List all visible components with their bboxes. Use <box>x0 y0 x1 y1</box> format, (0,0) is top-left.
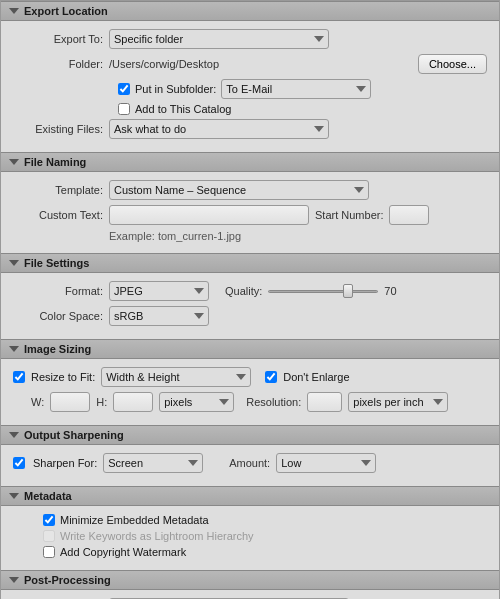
output-sharpening-title: Output Sharpening <box>24 429 124 441</box>
sharpen-for-select[interactable]: Screen <box>103 453 203 473</box>
image-sizing-body: Resize to Fit: Width & Height Don't Enla… <box>1 359 499 425</box>
color-space-select[interactable]: sRGB <box>109 306 209 326</box>
quality-slider-container: 70 <box>268 284 487 298</box>
amount-select[interactable]: Low <box>276 453 376 473</box>
resize-to-fit-checkbox[interactable] <box>13 371 25 383</box>
custom-text-label: Custom Text: <box>13 209 103 221</box>
h-label: H: <box>96 396 107 408</box>
slider-thumb[interactable] <box>343 284 353 298</box>
example-value: tom_curren-1.jpg <box>158 230 241 242</box>
h-input[interactable]: 800 <box>113 392 153 412</box>
w-label: W: <box>31 396 44 408</box>
output-sharpening-header[interactable]: Output Sharpening <box>1 425 499 445</box>
file-settings-title: File Settings <box>24 257 89 269</box>
folder-path: /Users/corwig/Desktop <box>109 58 412 70</box>
resize-to-fit-select[interactable]: Width & Height <box>101 367 251 387</box>
example-label: Example: <box>109 230 155 242</box>
folder-row: Folder: /Users/corwig/Desktop Choose... <box>13 54 487 74</box>
units-select[interactable]: pixels <box>159 392 234 412</box>
example-row: Example: tom_curren-1.jpg <box>109 230 487 242</box>
minimize-label: Minimize Embedded Metadata <box>60 514 209 526</box>
put-in-subfolder-checkbox[interactable] <box>118 83 130 95</box>
triangle-icon <box>9 8 19 14</box>
file-naming-header[interactable]: File Naming <box>1 152 499 172</box>
existing-files-select[interactable]: Ask what to do <box>109 119 329 139</box>
export-location-body: Export To: Specific folder Folder: /User… <box>1 21 499 152</box>
triangle-icon <box>9 432 19 438</box>
file-naming-title: File Naming <box>24 156 86 168</box>
custom-text-row: Custom Text: tom_curren Start Number: 1 <box>13 205 487 225</box>
folder-label: Folder: <box>13 58 103 70</box>
template-select[interactable]: Custom Name – Sequence <box>109 180 369 200</box>
export-location-title: Export Location <box>24 5 108 17</box>
triangle-icon <box>9 493 19 499</box>
w-input[interactable]: 800 <box>50 392 90 412</box>
add-copyright-row: Add Copyright Watermark <box>43 546 487 558</box>
sharpen-for-row: Sharpen For: Screen Amount: Low <box>13 453 487 473</box>
metadata-body: Minimize Embedded Metadata Write Keyword… <box>1 506 499 570</box>
format-label: Format: <box>13 285 103 297</box>
write-keywords-label: Write Keywords as Lightroom Hierarchy <box>60 530 254 542</box>
metadata-header[interactable]: Metadata <box>1 486 499 506</box>
minimize-row: Minimize Embedded Metadata <box>43 514 487 526</box>
quality-value: 70 <box>384 285 404 297</box>
add-copyright-checkbox[interactable] <box>43 546 55 558</box>
file-naming-body: Template: Custom Name – Sequence Custom … <box>1 172 499 253</box>
minimize-checkbox[interactable] <box>43 514 55 526</box>
resolution-input[interactable]: 72 <box>307 392 342 412</box>
existing-files-label: Existing Files: <box>13 123 103 135</box>
template-label: Template: <box>13 184 103 196</box>
export-location-header[interactable]: Export Location <box>1 1 499 21</box>
dont-enlarge-label: Don't Enlarge <box>283 371 349 383</box>
subfolder-select[interactable]: To E-Mail <box>221 79 371 99</box>
put-in-subfolder-label: Put in Subfolder: <box>135 83 216 95</box>
start-number-input[interactable]: 1 <box>389 205 429 225</box>
post-processing-body: After Export: Open in Other Application.… <box>1 590 499 599</box>
export-to-label: Export To: <box>13 33 103 45</box>
add-to-catalog-row: Add to This Catalog <box>118 103 487 115</box>
triangle-icon <box>9 346 19 352</box>
image-sizing-title: Image Sizing <box>24 343 91 355</box>
output-sharpening-body: Sharpen For: Screen Amount: Low <box>1 445 499 486</box>
metadata-title: Metadata <box>24 490 72 502</box>
resolution-label: Resolution: <box>246 396 301 408</box>
triangle-icon <box>9 577 19 583</box>
sharpen-for-label: Sharpen For: <box>33 457 97 469</box>
sharpen-for-checkbox[interactable] <box>13 457 25 469</box>
image-sizing-header[interactable]: Image Sizing <box>1 339 499 359</box>
quality-slider-track[interactable] <box>268 284 378 298</box>
post-processing-title: Post-Processing <box>24 574 111 586</box>
dimensions-row: W: 800 H: 800 pixels Resolution: 72 pixe… <box>31 392 487 412</box>
slider-bg <box>268 290 378 293</box>
export-to-select[interactable]: Specific folder <box>109 29 329 49</box>
format-select[interactable]: JPEG <box>109 281 209 301</box>
choose-button[interactable]: Choose... <box>418 54 487 74</box>
write-keywords-row: Write Keywords as Lightroom Hierarchy <box>43 530 487 542</box>
export-to-row: Export To: Specific folder <box>13 29 487 49</box>
main-panel: Export Location Export To: Specific fold… <box>0 0 500 599</box>
add-to-catalog-checkbox[interactable] <box>118 103 130 115</box>
resize-row: Resize to Fit: Width & Height Don't Enla… <box>13 367 487 387</box>
resolution-units-select[interactable]: pixels per inch <box>348 392 448 412</box>
dont-enlarge-checkbox[interactable] <box>265 371 277 383</box>
add-to-catalog-label: Add to This Catalog <box>135 103 231 115</box>
triangle-icon <box>9 260 19 266</box>
triangle-icon <box>9 159 19 165</box>
write-keywords-checkbox[interactable] <box>43 530 55 542</box>
color-space-label: Color Space: <box>13 310 103 322</box>
file-settings-header[interactable]: File Settings <box>1 253 499 273</box>
add-copyright-label: Add Copyright Watermark <box>60 546 186 558</box>
existing-files-row: Existing Files: Ask what to do <box>13 119 487 139</box>
format-row: Format: JPEG Quality: 70 <box>13 281 487 301</box>
file-settings-body: Format: JPEG Quality: 70 Color Space: sR… <box>1 273 499 339</box>
custom-text-input[interactable]: tom_curren <box>109 205 309 225</box>
start-number-label: Start Number: <box>315 209 383 221</box>
post-processing-header[interactable]: Post-Processing <box>1 570 499 590</box>
amount-label: Amount: <box>229 457 270 469</box>
template-row: Template: Custom Name – Sequence <box>13 180 487 200</box>
subfolder-row: Put in Subfolder: To E-Mail <box>118 79 487 99</box>
quality-label: Quality: <box>225 285 262 297</box>
resize-to-fit-label: Resize to Fit: <box>31 371 95 383</box>
color-space-row: Color Space: sRGB <box>13 306 487 326</box>
